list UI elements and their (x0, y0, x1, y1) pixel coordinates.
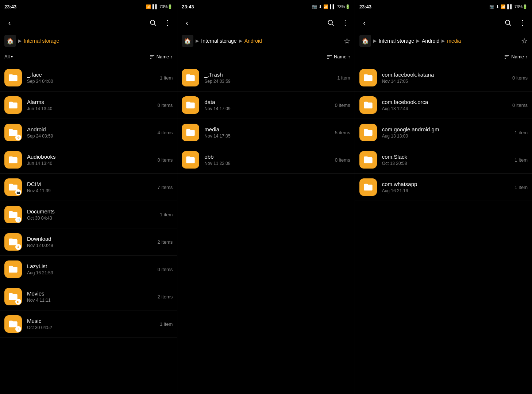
file-count-download: 2 items (154, 239, 173, 245)
file-item-trash[interactable]: _.Trash Sep 24 03:59 1 item (177, 64, 354, 92)
breadcrumb-arrow-2b: ▶ (239, 38, 242, 43)
download-notif-icon: ⬇ (319, 4, 322, 9)
file-name-trash: _.Trash (204, 72, 334, 78)
file-date-download: Nov 12 00:49 (27, 243, 154, 248)
battery-icon: 73%🔋 (159, 4, 173, 9)
file-count-documents: 1 item (157, 212, 173, 217)
file-info-alarms: Alarms Jun 14 13:40 (22, 99, 154, 111)
file-list-3: com.facebook.katana Nov 14 17:05 0 items… (355, 64, 532, 394)
file-item-dcim[interactable]: 📷 DCIM Nov 4 11:39 7 items (0, 174, 177, 201)
folder-icon-face (4, 69, 22, 86)
file-item-lazylist[interactable]: LazyList Aug 16 21:53 0 items (0, 256, 177, 283)
file-count-movies: 2 items (154, 294, 173, 300)
more-button-1[interactable]: ⋮ (161, 16, 174, 29)
search-button-1[interactable] (146, 16, 159, 29)
file-item-media[interactable]: media Nov 14 17:05 5 items (177, 119, 354, 146)
star-button-2[interactable]: ☆ (344, 36, 350, 45)
file-info-obb: obb Nov 11 22:08 (199, 154, 332, 166)
breadcrumb-link-media-3[interactable]: media (447, 38, 461, 44)
breadcrumb-link-android-2[interactable]: Android (244, 38, 262, 44)
sort-name-button-3[interactable]: Name ↑ (504, 54, 528, 60)
breadcrumb-2: 🏠 ▶ Internal storage ▶ Android ☆ (177, 32, 354, 50)
file-count-trash: 1 item (334, 75, 350, 81)
file-list-2: _.Trash Sep 24 03:59 1 item data Nov 14 … (177, 64, 354, 394)
file-item-whatsapp[interactable]: com.whatsapp Aug 16 21:16 1 item (355, 174, 532, 201)
file-name-media: media (204, 126, 332, 132)
breadcrumb-arrow-3b: ▶ (416, 38, 420, 43)
file-item-download[interactable]: ⬇ Download Nov 12 00:49 2 items (0, 228, 177, 256)
file-name-documents: Documents (27, 208, 157, 215)
file-count-face: 1 item (157, 75, 173, 81)
home-icon-1[interactable]: 🏠 (4, 35, 16, 47)
file-item-fb-katana[interactable]: com.facebook.katana Nov 14 17:05 0 items (355, 64, 532, 92)
file-name-fb-orca: com.facebook.orca (382, 99, 509, 105)
file-name-fb-katana: com.facebook.katana (382, 72, 509, 78)
file-info-face: _.face Sep 24 04:00 (22, 72, 157, 84)
signal-icon-3: ▌▌ (507, 4, 513, 9)
file-item-audiobooks[interactable]: Audiobooks Jun 14 13:40 0 items (0, 146, 177, 174)
more-button-3[interactable]: ⋮ (516, 16, 529, 29)
file-item-data[interactable]: data Nov 14 17:09 0 items (177, 92, 354, 119)
file-item-music[interactable]: ♪ Music Oct 30 04:52 1 item (0, 310, 177, 338)
back-button-1[interactable]: ‹ (3, 16, 16, 29)
sort-name-button-1[interactable]: Name ↑ (149, 54, 173, 60)
file-item-fb-orca[interactable]: com.facebook.orca Aug 13 12:44 0 items (355, 92, 532, 119)
toolbar-3: ‹ ⋮ (355, 13, 532, 32)
file-name-obb: obb (204, 154, 332, 160)
search-button-2[interactable] (324, 16, 337, 29)
breadcrumb-link-internal-1[interactable]: Internal storage (24, 38, 59, 44)
toolbar-1: ‹ ⋮ (0, 13, 177, 32)
filter-all-button[interactable]: All ▾ (4, 54, 13, 59)
file-date-alarms: Jun 14 13:40 (27, 106, 154, 111)
file-item-obb[interactable]: obb Nov 11 22:08 0 items (177, 146, 354, 174)
search-button-3[interactable] (501, 16, 514, 29)
folder-icon-lazylist (4, 260, 22, 278)
file-date-obb: Nov 11 22:08 (204, 161, 332, 166)
file-info-music: Music Oct 30 04:52 (22, 318, 157, 330)
download-notif-icon-3: ⬇ (496, 4, 499, 9)
file-item-movies[interactable]: ▶ Movies Nov 4 11:11 2 items (0, 283, 177, 310)
badge-settings-icon: ⚙ (15, 135, 21, 140)
file-date-data: Nov 14 17:09 (204, 106, 332, 111)
file-name-whatsapp: com.whatsapp (382, 181, 512, 187)
badge-music-icon: ♪ (15, 326, 21, 332)
file-item-alarms[interactable]: Alarms Jun 14 13:40 0 items (0, 92, 177, 119)
file-count-lazylist: 0 items (154, 267, 173, 272)
svg-point-5 (328, 20, 332, 24)
camera-notif-icon: 📷 (312, 4, 317, 9)
file-item-face[interactable]: _.face Sep 24 04:00 1 item (0, 64, 177, 92)
folder-icon-dcim: 📷 (4, 178, 22, 196)
file-item-slack[interactable]: com.Slack Oct 13 20:58 1 item (355, 146, 532, 174)
folder-icon-download: ⬇ (4, 233, 22, 251)
status-panel-3: 23:43 📷 ⬇ 📶 ▌▌ 73%🔋 (355, 0, 532, 13)
back-button-3[interactable]: ‹ (358, 16, 371, 29)
star-button-3[interactable]: ☆ (521, 36, 528, 45)
file-name-data: data (204, 99, 332, 105)
file-info-media: media Nov 14 17:05 (199, 126, 332, 139)
file-date-music: Oct 30 04:52 (27, 325, 157, 330)
file-item-google-gm[interactable]: com.google.android.gm Aug 13 13:00 1 ite… (355, 119, 532, 146)
file-info-lazylist: LazyList Aug 16 21:53 (22, 263, 154, 275)
file-count-audiobooks: 0 items (154, 157, 173, 163)
panel-2: ‹ ⋮ 🏠 ▶ Internal storage ▶ Android ☆ (177, 13, 355, 394)
more-button-2[interactable]: ⋮ (339, 16, 352, 29)
file-item-documents[interactable]: 📄 Documents Oct 30 04:43 1 item (0, 201, 177, 228)
sort-name-button-2[interactable]: Name ↑ (327, 54, 350, 60)
file-name-android: Android (27, 126, 154, 132)
file-name-movies: Movies (27, 290, 154, 297)
file-info-documents: Documents Oct 30 04:43 (22, 208, 157, 221)
file-info-audiobooks: Audiobooks Jun 14 13:40 (22, 154, 154, 166)
svg-line-11 (509, 24, 511, 26)
folder-icon-data (182, 96, 199, 114)
badge-play-icon: ▶ (15, 299, 21, 305)
file-count-slack: 1 item (512, 157, 528, 163)
status-time-2: 23:43 (182, 4, 194, 9)
file-date-android: Sep 24 03:59 (27, 134, 154, 139)
home-icon-3[interactable]: 🏠 (359, 35, 371, 47)
file-item-android[interactable]: ⚙ Android Sep 24 03:59 4 items (0, 119, 177, 146)
back-button-2[interactable]: ‹ (180, 16, 193, 29)
home-icon-2[interactable]: 🏠 (182, 35, 193, 47)
panel-1: ‹ ⋮ 🏠 ▶ Internal storage All ▾ (0, 13, 177, 394)
battery-icon-2: 73%🔋 (337, 4, 350, 9)
file-info-data: data Nov 14 17:09 (199, 99, 332, 111)
